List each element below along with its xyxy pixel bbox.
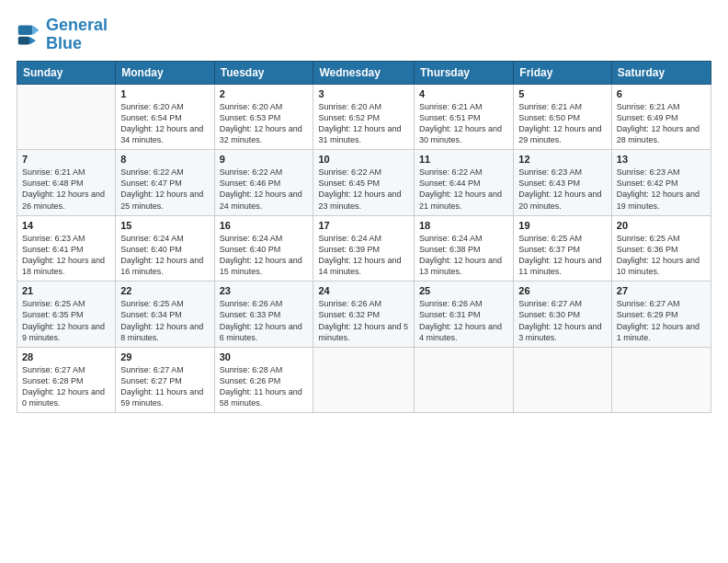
day-cell: 9Sunrise: 6:22 AMSunset: 6:46 PMDaylight… [214, 150, 313, 216]
week-row-2: 7Sunrise: 6:21 AMSunset: 6:48 PMDaylight… [17, 150, 711, 216]
day-cell: 27Sunrise: 6:27 AMSunset: 6:29 PMDayligh… [611, 282, 711, 348]
day-number: 15 [120, 220, 209, 231]
day-cell: 5Sunrise: 6:21 AMSunset: 6:50 PMDaylight… [514, 84, 612, 150]
day-cell: 11Sunrise: 6:22 AMSunset: 6:44 PMDayligh… [415, 150, 514, 216]
header-day-saturday: Saturday [611, 61, 711, 84]
day-cell: 2Sunrise: 6:20 AMSunset: 6:53 PMDaylight… [214, 84, 313, 150]
day-info: Sunrise: 6:23 AMSunset: 6:41 PMDaylight:… [22, 233, 110, 278]
day-info: Sunrise: 6:22 AMSunset: 6:47 PMDaylight:… [120, 167, 209, 212]
day-info: Sunrise: 6:26 AMSunset: 6:33 PMDaylight:… [220, 298, 309, 343]
day-number: 9 [220, 154, 309, 165]
day-info: Sunrise: 6:21 AMSunset: 6:48 PMDaylight:… [22, 167, 110, 212]
day-number: 22 [120, 285, 209, 296]
day-cell: 29Sunrise: 6:27 AMSunset: 6:27 PMDayligh… [116, 347, 214, 413]
day-info: Sunrise: 6:24 AMSunset: 6:40 PMDaylight:… [220, 233, 309, 278]
day-info: Sunrise: 6:27 AMSunset: 6:28 PMDaylight:… [22, 364, 110, 409]
day-number: 10 [318, 154, 409, 165]
day-number: 23 [220, 285, 309, 296]
day-cell: 17Sunrise: 6:24 AMSunset: 6:39 PMDayligh… [313, 215, 415, 282]
day-cell: 6Sunrise: 6:21 AMSunset: 6:49 PMDaylight… [611, 84, 711, 150]
day-cell: 7Sunrise: 6:21 AMSunset: 6:48 PMDaylight… [17, 150, 116, 216]
day-info: Sunrise: 6:26 AMSunset: 6:32 PMDaylight:… [318, 298, 409, 343]
day-info: Sunrise: 6:24 AMSunset: 6:40 PMDaylight:… [120, 233, 209, 278]
day-cell [415, 347, 514, 413]
svg-rect-2 [18, 37, 29, 45]
day-info: Sunrise: 6:22 AMSunset: 6:45 PMDaylight:… [318, 167, 409, 212]
day-cell: 8Sunrise: 6:22 AMSunset: 6:47 PMDaylight… [116, 150, 214, 216]
day-cell: 4Sunrise: 6:21 AMSunset: 6:51 PMDaylight… [415, 84, 514, 150]
day-cell: 15Sunrise: 6:24 AMSunset: 6:40 PMDayligh… [116, 215, 214, 282]
week-row-4: 21Sunrise: 6:25 AMSunset: 6:35 PMDayligh… [17, 282, 711, 348]
day-number: 12 [518, 154, 607, 165]
day-cell: 25Sunrise: 6:26 AMSunset: 6:31 PMDayligh… [415, 282, 514, 348]
week-row-5: 28Sunrise: 6:27 AMSunset: 6:28 PMDayligh… [17, 347, 711, 413]
day-info: Sunrise: 6:25 AMSunset: 6:34 PMDaylight:… [120, 298, 209, 343]
header: General Blue [17, 17, 711, 53]
day-cell: 28Sunrise: 6:27 AMSunset: 6:28 PMDayligh… [17, 347, 116, 413]
day-cell: 16Sunrise: 6:24 AMSunset: 6:40 PMDayligh… [214, 215, 313, 282]
header-day-friday: Friday [514, 61, 612, 84]
day-number: 13 [617, 154, 706, 165]
day-info: Sunrise: 6:22 AMSunset: 6:44 PMDaylight:… [419, 167, 508, 212]
svg-rect-0 [18, 25, 33, 35]
day-info: Sunrise: 6:27 AMSunset: 6:27 PMDaylight:… [120, 364, 209, 409]
day-number: 28 [22, 351, 110, 362]
day-cell: 3Sunrise: 6:20 AMSunset: 6:52 PMDaylight… [313, 84, 415, 150]
day-number: 27 [617, 285, 706, 296]
svg-marker-3 [29, 37, 36, 45]
day-number: 29 [120, 351, 209, 362]
day-number: 20 [617, 220, 706, 231]
day-number: 19 [518, 220, 607, 231]
day-cell: 14Sunrise: 6:23 AMSunset: 6:41 PMDayligh… [17, 215, 116, 282]
day-cell [514, 347, 612, 413]
day-cell: 26Sunrise: 6:27 AMSunset: 6:30 PMDayligh… [514, 282, 612, 348]
day-number: 2 [220, 88, 309, 99]
day-cell: 21Sunrise: 6:25 AMSunset: 6:35 PMDayligh… [17, 282, 116, 348]
day-cell [611, 347, 711, 413]
page: General Blue SundayMondayTuesdayWednesda… [0, 0, 728, 563]
day-number: 11 [419, 154, 508, 165]
day-info: Sunrise: 6:21 AMSunset: 6:50 PMDaylight:… [518, 101, 607, 146]
day-info: Sunrise: 6:20 AMSunset: 6:53 PMDaylight:… [220, 101, 309, 146]
day-cell: 10Sunrise: 6:22 AMSunset: 6:45 PMDayligh… [313, 150, 415, 216]
day-number: 24 [318, 285, 409, 296]
calendar-table: SundayMondayTuesdayWednesdayThursdayFrid… [17, 61, 711, 414]
header-day-monday: Monday [116, 61, 214, 84]
week-row-3: 14Sunrise: 6:23 AMSunset: 6:41 PMDayligh… [17, 215, 711, 282]
day-number: 1 [120, 88, 209, 99]
day-number: 18 [419, 220, 508, 231]
day-info: Sunrise: 6:20 AMSunset: 6:54 PMDaylight:… [120, 101, 209, 146]
day-number: 21 [22, 285, 110, 296]
day-info: Sunrise: 6:21 AMSunset: 6:51 PMDaylight:… [419, 101, 508, 146]
day-number: 5 [518, 88, 607, 99]
day-info: Sunrise: 6:26 AMSunset: 6:31 PMDaylight:… [419, 298, 508, 343]
day-number: 26 [518, 285, 607, 296]
day-info: Sunrise: 6:25 AMSunset: 6:37 PMDaylight:… [518, 233, 607, 278]
day-info: Sunrise: 6:27 AMSunset: 6:30 PMDaylight:… [518, 298, 607, 343]
day-cell: 1Sunrise: 6:20 AMSunset: 6:54 PMDaylight… [116, 84, 214, 150]
day-number: 14 [22, 220, 110, 231]
day-cell: 20Sunrise: 6:25 AMSunset: 6:36 PMDayligh… [611, 215, 711, 282]
day-cell: 24Sunrise: 6:26 AMSunset: 6:32 PMDayligh… [313, 282, 415, 348]
week-row-1: 1Sunrise: 6:20 AMSunset: 6:54 PMDaylight… [17, 84, 711, 150]
day-info: Sunrise: 6:23 AMSunset: 6:43 PMDaylight:… [518, 167, 607, 212]
day-number: 25 [419, 285, 508, 296]
day-number: 7 [22, 154, 110, 165]
header-day-tuesday: Tuesday [214, 61, 313, 84]
day-number: 3 [318, 88, 409, 99]
header-day-thursday: Thursday [415, 61, 514, 84]
logo-icon [17, 22, 42, 48]
day-cell: 19Sunrise: 6:25 AMSunset: 6:37 PMDayligh… [514, 215, 612, 282]
day-info: Sunrise: 6:22 AMSunset: 6:46 PMDaylight:… [220, 167, 309, 212]
day-info: Sunrise: 6:21 AMSunset: 6:49 PMDaylight:… [617, 101, 706, 146]
logo-line1: General [46, 17, 108, 35]
day-info: Sunrise: 6:24 AMSunset: 6:38 PMDaylight:… [419, 233, 508, 278]
day-info: Sunrise: 6:25 AMSunset: 6:36 PMDaylight:… [617, 233, 706, 278]
day-number: 17 [318, 220, 409, 231]
day-info: Sunrise: 6:24 AMSunset: 6:39 PMDaylight:… [318, 233, 409, 278]
day-number: 8 [120, 154, 209, 165]
day-cell: 12Sunrise: 6:23 AMSunset: 6:43 PMDayligh… [514, 150, 612, 216]
day-cell: 13Sunrise: 6:23 AMSunset: 6:42 PMDayligh… [611, 150, 711, 216]
day-number: 6 [617, 88, 706, 99]
day-cell: 23Sunrise: 6:26 AMSunset: 6:33 PMDayligh… [214, 282, 313, 348]
